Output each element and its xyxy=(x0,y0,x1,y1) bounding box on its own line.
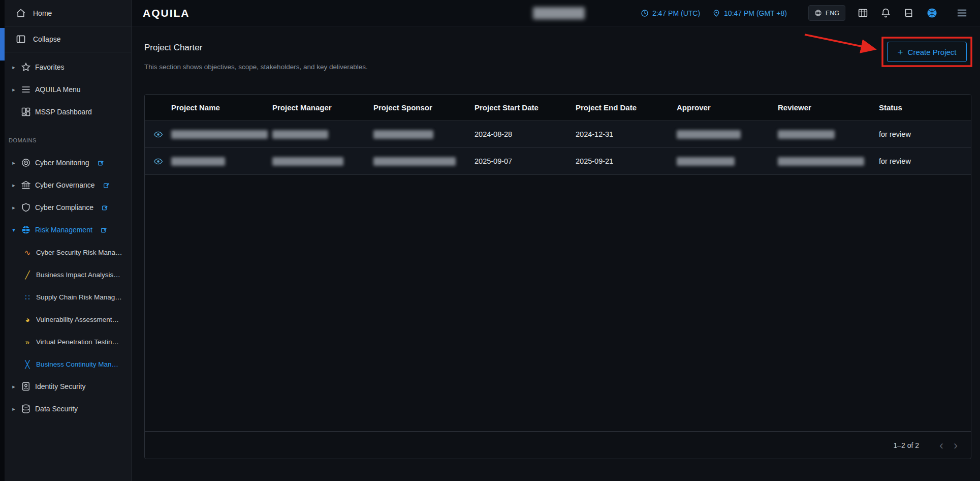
topbar: AQUILA 2:47 PM (UTC) 10:47 PM (GMT +8) E… xyxy=(132,0,980,26)
sidebar-subitem-label: Business Continuity Man… xyxy=(36,360,118,368)
id-card-icon xyxy=(21,381,31,392)
utc-time-label: 2:47 PM (UTC) xyxy=(652,9,700,17)
shield-icon xyxy=(21,202,31,213)
table-row[interactable]: 2024-08-28 2024-12-31 for review xyxy=(145,121,971,148)
aquila-logo: AQUILA xyxy=(143,7,190,19)
menu-lines-icon xyxy=(21,84,31,95)
sidebar-item-data-security[interactable]: ▸ Data Security xyxy=(5,398,131,420)
sidebar-subitem-cyber-security-risk[interactable]: ∿ Cyber Security Risk Mana… xyxy=(5,241,131,263)
pagination-range: 1–2 of 2 xyxy=(893,441,919,449)
compass-globe-icon[interactable] xyxy=(926,7,938,19)
sidebar-item-label: AQUILA Menu xyxy=(35,85,81,94)
chevron-right-icon: ▸ xyxy=(11,383,17,390)
pagination-prev-button[interactable]: ‹ xyxy=(934,438,949,453)
chevron-right-icon: ▸ xyxy=(11,406,17,412)
sidebar-subitem-business-impact-analysis[interactable]: ╱ Business Impact Analysis… xyxy=(5,263,131,286)
redacted-reviewer xyxy=(778,157,864,166)
sidebar-item-risk-management[interactable]: ▾ Risk Management xyxy=(5,219,131,241)
page-subtitle: This section shows objectives, scope, st… xyxy=(144,63,368,71)
main-content: Project Charter This section shows objec… xyxy=(132,26,980,481)
cell-project-end-date: 2025-09-21 xyxy=(576,157,677,165)
chevron-down-icon: ▾ xyxy=(11,227,17,233)
sidebar-subitem-label: Vulnerability Assessment… xyxy=(36,316,119,323)
app-root: Home Collapse ▸ Favorites ▸ AQUILA Menu … xyxy=(0,0,980,481)
table-header-row: Project Name Project Manager Project Spo… xyxy=(145,95,971,121)
docs-book-icon[interactable] xyxy=(903,8,914,18)
create-project-button[interactable]: + Create Project xyxy=(887,42,967,62)
home-icon xyxy=(16,8,26,18)
column-header-project-end-date: Project End Date xyxy=(576,103,677,112)
column-header-reviewer: Reviewer xyxy=(778,103,879,112)
column-header-project-sponsor: Project Sponsor xyxy=(373,103,475,112)
redacted-reviewer xyxy=(778,130,835,139)
sidebar-item-cyber-compliance[interactable]: ▸ Cyber Compliance xyxy=(5,196,131,219)
sidebar-item-aquila-menu[interactable]: ▸ AQUILA Menu xyxy=(5,78,131,101)
cell-status: for review xyxy=(879,130,971,138)
sidebar-item-cyber-governance[interactable]: ▸ Cyber Governance xyxy=(5,174,131,196)
create-project-label: Create Project xyxy=(908,48,957,56)
column-header-project-name: Project Name xyxy=(171,103,272,112)
chevron-right-icon: ▸ xyxy=(11,160,17,166)
dashboard-icon xyxy=(21,107,31,117)
sidebar-item-label: Risk Management xyxy=(35,226,92,234)
edit-badge-icon xyxy=(98,160,104,166)
view-eye-icon[interactable] xyxy=(153,157,163,166)
sidebar-subitem-business-continuity[interactable]: ╳ Business Continuity Man… xyxy=(5,353,131,375)
sidebar-item-identity-security[interactable]: ▸ Identity Security xyxy=(5,375,131,398)
column-header-approver: Approver xyxy=(677,103,778,112)
sidebar-item-label: Data Security xyxy=(35,405,78,413)
globe-icon xyxy=(814,9,822,17)
left-rail xyxy=(0,0,5,481)
globe-pie-icon xyxy=(21,225,31,235)
arrow-icon: » xyxy=(23,338,32,346)
target-icon xyxy=(21,158,31,168)
utc-time: 2:47 PM (UTC) xyxy=(641,9,700,17)
hamburger-menu-icon[interactable] xyxy=(956,7,968,19)
star-icon xyxy=(21,62,31,72)
chevron-right-icon: ▸ xyxy=(11,86,17,93)
redacted-project-name xyxy=(171,157,225,166)
sidebar-item-collapse[interactable]: Collapse xyxy=(5,26,131,52)
sidebar-subitem-virtual-penetration-testing[interactable]: » Virtual Penetration Testin… xyxy=(5,330,131,353)
cross-icon: ╳ xyxy=(23,360,32,368)
sidebar-item-label: Cyber Monitoring xyxy=(35,159,89,167)
pie-icon: ◕ xyxy=(23,316,32,323)
redacted-approver xyxy=(677,157,735,166)
wave-icon: ∿ xyxy=(23,249,32,256)
notifications-bell-icon[interactable] xyxy=(880,8,891,18)
dots-icon: ∷ xyxy=(23,293,32,301)
sidebar: Home Collapse ▸ Favorites ▸ AQUILA Menu … xyxy=(5,0,132,481)
sidebar-subitem-label: Cyber Security Risk Mana… xyxy=(36,249,122,256)
cell-project-start-date: 2025-09-07 xyxy=(475,157,576,165)
annotation-arrow xyxy=(805,35,873,49)
cell-project-start-date: 2024-08-28 xyxy=(475,130,576,138)
collapse-panel-icon xyxy=(16,34,26,44)
sidebar-item-home[interactable]: Home xyxy=(5,0,131,26)
pagination-next-button[interactable]: › xyxy=(949,438,963,453)
redacted-project-manager xyxy=(272,130,328,139)
sidebar-item-label: Identity Security xyxy=(35,382,86,390)
redacted-project-name xyxy=(171,130,268,139)
sidebar-item-label: MSSP Dashboard xyxy=(35,108,92,116)
sidebar-subitem-vulnerability-assessment[interactable]: ◕ Vulnerability Assessment… xyxy=(5,308,131,330)
table-row[interactable]: 2025-09-07 2025-09-21 for review xyxy=(145,148,971,175)
view-eye-icon[interactable] xyxy=(153,130,163,139)
sidebar-subitem-label: Supply Chain Risk Manag… xyxy=(36,293,122,301)
sidebar-item-cyber-monitoring[interactable]: ▸ Cyber Monitoring xyxy=(5,152,131,174)
redacted-project-sponsor xyxy=(373,157,456,166)
sidebar-item-mssp-dashboard[interactable]: MSSP Dashboard xyxy=(5,101,131,123)
edit-badge-icon xyxy=(102,204,108,211)
sidebar-subitem-label: Virtual Penetration Testin… xyxy=(36,338,119,346)
language-label: ENG xyxy=(826,10,839,17)
language-selector[interactable]: ENG xyxy=(808,5,845,21)
sidebar-subitem-supply-chain-risk[interactable]: ∷ Supply Chain Risk Manag… xyxy=(5,286,131,308)
location-pin-icon xyxy=(712,9,720,17)
clock-icon xyxy=(641,9,649,17)
sidebar-item-label: Cyber Governance xyxy=(35,181,95,189)
cell-status: for review xyxy=(879,157,971,165)
apps-grid-icon[interactable] xyxy=(858,8,868,18)
local-time-label: 10:47 PM (GMT +8) xyxy=(724,9,787,17)
column-header-project-start-date: Project Start Date xyxy=(475,103,576,112)
sidebar-item-favorites[interactable]: ▸ Favorites xyxy=(5,56,131,78)
redacted-project-sponsor xyxy=(373,130,433,139)
